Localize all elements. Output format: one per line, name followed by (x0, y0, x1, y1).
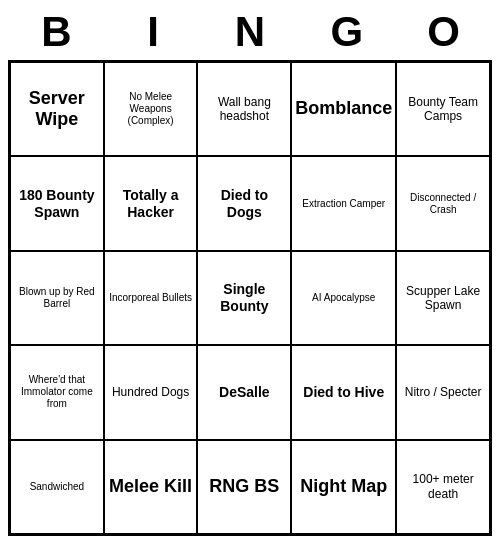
bingo-cell-16: Hundred Dogs (104, 345, 198, 439)
bingo-cell-5: 180 Bounty Spawn (10, 156, 104, 250)
title-n: N (202, 8, 299, 56)
bingo-cell-10: Blown up by Red Barrel (10, 251, 104, 345)
bingo-cell-6: Totally a Hacker (104, 156, 198, 250)
bingo-cell-3: Bomblance (291, 62, 396, 156)
bingo-cell-21: Melee Kill (104, 440, 198, 534)
title-b: B (8, 8, 105, 56)
bingo-cell-20: Sandwiched (10, 440, 104, 534)
bingo-cell-8: Extraction Camper (291, 156, 396, 250)
bingo-title: B I N G O (8, 8, 492, 56)
bingo-cell-11: Incorporeal Bullets (104, 251, 198, 345)
bingo-cell-0: Server Wipe (10, 62, 104, 156)
bingo-cell-1: No Melee Weapons (Complex) (104, 62, 198, 156)
bingo-cell-17: DeSalle (197, 345, 291, 439)
bingo-cell-12: Single Bounty (197, 251, 291, 345)
bingo-cell-19: Nitro / Specter (396, 345, 490, 439)
bingo-cell-15: Where'd that Immolator come from (10, 345, 104, 439)
bingo-cell-14: Scupper Lake Spawn (396, 251, 490, 345)
bingo-cell-4: Bounty Team Camps (396, 62, 490, 156)
bingo-cell-2: Wall bang headshot (197, 62, 291, 156)
bingo-cell-9: Disconnected / Crash (396, 156, 490, 250)
bingo-cell-7: Died to Dogs (197, 156, 291, 250)
title-o: O (395, 8, 492, 56)
title-i: I (105, 8, 202, 56)
title-g: G (298, 8, 395, 56)
bingo-cell-24: 100+ meter death (396, 440, 490, 534)
bingo-cell-13: AI Apocalypse (291, 251, 396, 345)
bingo-cell-18: Died to Hive (291, 345, 396, 439)
bingo-grid: Server WipeNo Melee Weapons (Complex)Wal… (8, 60, 492, 536)
bingo-cell-22: RNG BS (197, 440, 291, 534)
bingo-cell-23: Night Map (291, 440, 396, 534)
